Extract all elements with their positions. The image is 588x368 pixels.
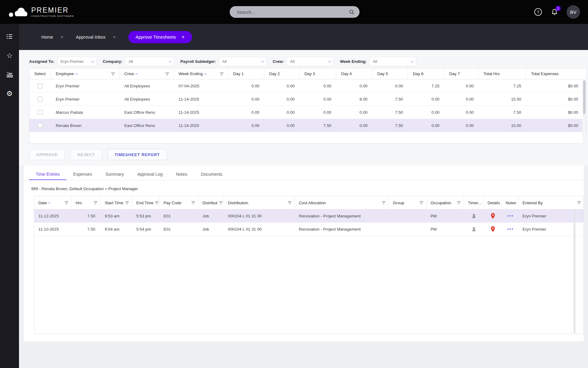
search-icon[interactable] bbox=[349, 9, 355, 15]
col-day7[interactable]: Day 7 bbox=[444, 68, 479, 79]
tab-time-entries[interactable]: Time Entries bbox=[29, 169, 66, 180]
filter-icon[interactable] bbox=[457, 201, 461, 204]
global-search[interactable] bbox=[230, 6, 360, 18]
time-entry-row-selected[interactable]: 11-12-2025 7.50 9:53 am 5:53 pm E01 Job … bbox=[34, 209, 583, 223]
reject-button[interactable]: REJECT bbox=[70, 149, 102, 160]
filter-label: Assigned To: bbox=[29, 59, 55, 64]
tab-expenses[interactable]: Expenses bbox=[66, 169, 99, 180]
tab-home[interactable]: Home ✕ bbox=[41, 35, 64, 40]
reports-chart-icon[interactable] bbox=[6, 71, 13, 79]
col-date[interactable]: Date bbox=[34, 196, 72, 209]
time-entries-scrollbar[interactable] bbox=[574, 210, 575, 333]
cell-text: 11-14-2025 bbox=[179, 110, 199, 115]
notes-cell bbox=[502, 223, 518, 236]
tab-summary[interactable]: Summary bbox=[99, 169, 131, 180]
filter-icon[interactable] bbox=[165, 72, 169, 75]
col-total-expenses[interactable]: Total Expenses bbox=[526, 68, 583, 79]
col-day4[interactable]: Day 4 bbox=[336, 68, 372, 79]
cell-text: 0.00 bbox=[287, 97, 295, 102]
col-day2[interactable]: Day 2 bbox=[264, 68, 300, 79]
payroll-subledger-select[interactable]: All bbox=[219, 57, 267, 66]
filter-icon[interactable] bbox=[125, 201, 129, 204]
col-pay-code[interactable]: Pay Code bbox=[160, 196, 198, 209]
timesheet-grid-scrollbar[interactable] bbox=[582, 80, 586, 143]
tab-documents[interactable]: Documents bbox=[194, 169, 229, 180]
col-hrs[interactable]: Hrs bbox=[72, 196, 101, 209]
timesheet-row[interactable]: Eryn Premier All Employees 11-14-2025 0.… bbox=[29, 93, 586, 106]
more-options-icon[interactable] bbox=[507, 215, 513, 217]
row-checkbox[interactable] bbox=[38, 123, 43, 128]
filter-icon[interactable] bbox=[288, 201, 292, 204]
timesheet-row[interactable]: Marcus Padula East Office Reno 11-14-202… bbox=[29, 106, 586, 119]
assigned-to-select[interactable]: Eryn Premier bbox=[57, 57, 97, 66]
tab-notes[interactable]: Notes bbox=[169, 169, 194, 180]
col-distribution[interactable]: Distribution bbox=[224, 196, 295, 209]
approve-button[interactable]: APPROVE bbox=[29, 149, 65, 160]
scrollbar-thumb[interactable] bbox=[583, 80, 586, 114]
notifications-bell-icon[interactable]: 1 bbox=[550, 8, 559, 16]
company-select[interactable]: All bbox=[125, 57, 174, 66]
total-hrs-cell: 15.50 bbox=[479, 93, 526, 105]
close-icon[interactable]: ✕ bbox=[61, 35, 64, 39]
tab-approval-log[interactable]: Approval Log bbox=[130, 169, 169, 180]
col-start-time[interactable]: Start Time bbox=[101, 196, 132, 209]
filter-icon[interactable] bbox=[65, 201, 68, 204]
time-entry-row[interactable]: 11-10-2025 7.50 9:54 am 5:54 pm E01 Job … bbox=[34, 223, 583, 236]
col-group[interactable]: Group bbox=[389, 196, 427, 209]
col-crew[interactable]: Crew bbox=[119, 68, 174, 79]
location-pin-icon[interactable] bbox=[490, 213, 496, 219]
search-input[interactable] bbox=[230, 6, 349, 18]
filter-icon[interactable] bbox=[577, 201, 581, 204]
crew-select[interactable]: All bbox=[287, 57, 334, 66]
selected-value: All bbox=[129, 59, 133, 64]
filter-icon[interactable] bbox=[220, 72, 224, 75]
col-label: Week Ending bbox=[179, 71, 203, 76]
tab-approve-timesheets[interactable]: Approve Timesheets ✕ bbox=[128, 31, 192, 43]
menu-list-icon[interactable] bbox=[6, 33, 13, 40]
col-cost-allocation[interactable]: Cost Allocation bbox=[295, 196, 389, 209]
filter-icon[interactable] bbox=[420, 201, 423, 204]
location-pin-icon[interactable] bbox=[490, 226, 496, 232]
col-details[interactable]: Details bbox=[484, 196, 502, 209]
col-timer[interactable]: Timer... bbox=[464, 196, 484, 209]
timesheet-row[interactable]: Eryn Premier All Employees 07-04-2025 0.… bbox=[29, 79, 586, 93]
filter-icon[interactable] bbox=[382, 201, 386, 204]
col-occupation[interactable]: Occupation bbox=[427, 196, 464, 209]
filter-icon[interactable] bbox=[111, 72, 115, 75]
favorites-star-icon[interactable]: ☆ bbox=[6, 52, 13, 59]
avatar[interactable]: BV bbox=[567, 5, 580, 19]
col-entered-by[interactable]: Entered By bbox=[518, 196, 584, 209]
cell-text: 0.00 bbox=[360, 123, 368, 128]
filter-icon[interactable] bbox=[219, 201, 223, 204]
close-icon[interactable]: ✕ bbox=[113, 35, 116, 39]
col-total-hrs[interactable]: Total Hrs bbox=[479, 68, 526, 79]
more-options-icon[interactable] bbox=[507, 228, 513, 230]
cell-text: $0.00 bbox=[568, 123, 578, 128]
close-icon[interactable]: ✕ bbox=[182, 35, 185, 39]
col-week-ending[interactable]: Week Ending bbox=[174, 68, 228, 79]
help-icon[interactable]: ? bbox=[534, 8, 542, 16]
col-day6[interactable]: Day 6 bbox=[408, 68, 444, 79]
filter-icon[interactable] bbox=[191, 201, 195, 204]
week-ending-select[interactable]: All bbox=[369, 57, 416, 66]
tab-approval-inbox[interactable]: Approval Inbox ✕ bbox=[76, 35, 116, 40]
row-checkbox[interactable] bbox=[38, 97, 43, 102]
col-end-time[interactable]: End Time bbox=[132, 196, 160, 209]
col-day3[interactable]: Day 3 bbox=[300, 68, 336, 79]
col-distribution-type[interactable]: Distribut bbox=[198, 196, 224, 209]
row-checkbox[interactable] bbox=[38, 83, 43, 88]
col-notes[interactable]: Notes bbox=[502, 196, 518, 209]
filter-icon[interactable] bbox=[94, 201, 97, 204]
filter-icon[interactable] bbox=[155, 201, 159, 204]
timesheet-row-selected[interactable]: Renata Brown East Office Reno 11-14-2025… bbox=[29, 119, 586, 132]
person-icon[interactable] bbox=[471, 226, 477, 232]
col-day5[interactable]: Day 5 bbox=[372, 68, 408, 79]
col-select[interactable]: Select bbox=[29, 68, 51, 79]
col-label: Total Expenses bbox=[531, 71, 559, 76]
settings-gear-icon[interactable]: ⚙ bbox=[6, 90, 13, 98]
col-day1[interactable]: Day 1 bbox=[228, 68, 264, 79]
person-icon[interactable] bbox=[471, 213, 477, 219]
col-employee[interactable]: Employee bbox=[51, 68, 119, 79]
timesheet-report-button[interactable]: TIMESHEET REPORT bbox=[107, 149, 167, 160]
row-checkbox[interactable] bbox=[38, 110, 43, 115]
